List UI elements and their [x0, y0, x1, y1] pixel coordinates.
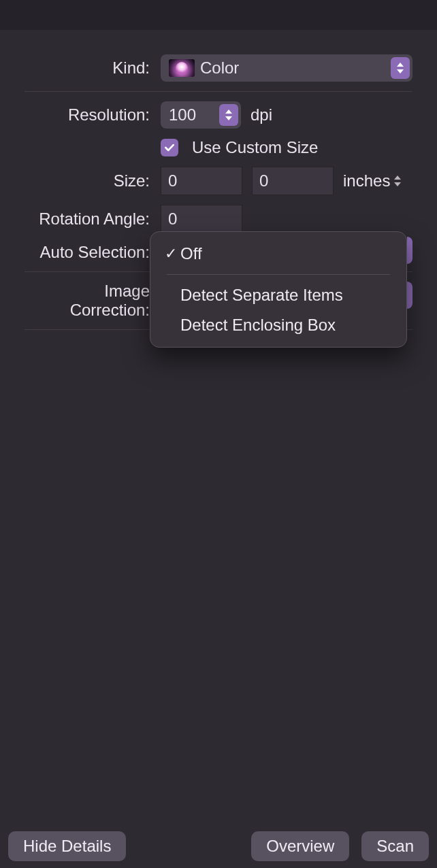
auto-selection-menu: ✓ Off Detect Separate Items Detect Enclo…: [150, 231, 407, 348]
hide-details-button[interactable]: Hide Details: [8, 831, 126, 861]
image-correction-label: Image Correction:: [25, 282, 161, 320]
auto-selection-select[interactable]: [407, 237, 412, 264]
custom-size-label: Use Custom Size: [192, 138, 318, 157]
divider: [25, 91, 412, 92]
footer: Hide Details Overview Scan: [0, 831, 437, 861]
check-icon: ✓: [161, 245, 180, 263]
size-unit-label: inches: [343, 171, 390, 190]
custom-size-checkbox[interactable]: [161, 139, 178, 156]
overview-button[interactable]: Overview: [251, 831, 349, 861]
size-label: Size:: [25, 171, 161, 190]
menu-item-label: Off: [180, 244, 202, 263]
resolution-label: Resolution:: [25, 105, 161, 124]
menu-item-detect-enclosing[interactable]: Detect Enclosing Box: [157, 310, 400, 340]
menu-separator: [167, 274, 390, 275]
size-unit-select[interactable]: inches: [343, 171, 401, 190]
updown-icon: [219, 104, 238, 126]
resolution-unit: dpi: [250, 105, 272, 124]
scan-button[interactable]: Scan: [361, 831, 429, 861]
kind-select[interactable]: Color: [161, 54, 412, 82]
menu-item-off[interactable]: ✓ Off: [157, 239, 400, 269]
menu-item-label: Detect Enclosing Box: [180, 316, 336, 335]
menu-item-label: Detect Separate Items: [180, 286, 343, 305]
resolution-value: 100: [169, 105, 196, 124]
window-titlebar: [0, 0, 437, 30]
kind-label: Kind:: [25, 59, 161, 78]
rotation-label: Rotation Angle:: [25, 210, 161, 229]
rotation-input[interactable]: [161, 205, 242, 233]
size-height-input[interactable]: [252, 167, 334, 195]
menu-item-detect-separate[interactable]: Detect Separate Items: [157, 280, 400, 310]
kind-value: Color: [200, 59, 239, 78]
updown-icon: [394, 176, 401, 186]
check-icon: [163, 141, 176, 154]
updown-icon: [391, 57, 410, 79]
auto-selection-label: Auto Selection:: [25, 243, 161, 262]
flower-icon: [169, 59, 195, 77]
resolution-stepper[interactable]: 100: [161, 101, 241, 129]
size-width-input[interactable]: [161, 167, 242, 195]
image-correction-select[interactable]: [407, 282, 412, 309]
